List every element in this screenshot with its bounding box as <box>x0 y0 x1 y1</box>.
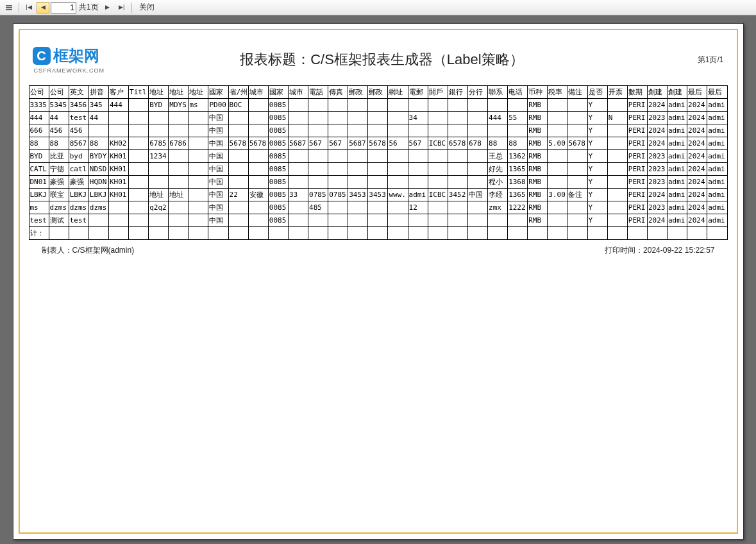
table-header-cell: 税率 <box>548 86 567 99</box>
table-cell: 5687 <box>288 137 308 150</box>
table-cell: Y <box>587 99 607 112</box>
table-cell: RMB <box>528 124 548 137</box>
table-cell: 3453 <box>348 189 368 201</box>
table-cell: KH01 <box>108 163 128 176</box>
table-cell: 地址 <box>169 189 189 201</box>
table-cell: 豪强 <box>49 176 69 189</box>
last-page-button[interactable]: ▶| <box>115 2 128 13</box>
table-cell <box>408 150 428 163</box>
table-cell <box>567 163 587 176</box>
table-header-cell: 拼音 <box>88 86 108 99</box>
table-cell <box>428 124 448 137</box>
table-cell: admi <box>668 201 687 214</box>
table-row: 8888856788KH0267856786中国5678567800855687… <box>29 137 727 150</box>
table-cell: Y <box>587 189 607 201</box>
table-cell: RMB <box>528 112 548 124</box>
table-cell: 88 <box>508 137 528 150</box>
page-indicator: 第1页/1 <box>698 55 724 65</box>
table-cell <box>488 99 508 112</box>
table-cell: admi <box>707 176 727 189</box>
table-cell <box>308 99 328 112</box>
table-cell: zmx <box>488 201 508 214</box>
first-icon: |◀ <box>26 4 31 10</box>
table-cell: 666 <box>29 124 49 137</box>
table-cell: ms <box>29 201 49 214</box>
table-cell <box>328 99 348 112</box>
table-header-cell: 最后 <box>707 86 727 99</box>
table-cell <box>248 214 268 227</box>
table-header-cell: 國家 <box>268 86 288 99</box>
table-cell: 2023 <box>647 112 667 124</box>
table-cell: 1368 <box>508 176 528 189</box>
table-cell: 中国 <box>208 214 228 227</box>
table-cell <box>169 112 189 124</box>
logo-subtitle: CSFRAMEWORK.COM <box>34 67 105 74</box>
table-cell <box>208 227 228 240</box>
table-cell <box>129 112 149 124</box>
table-cell <box>368 214 388 227</box>
table-cell: 5678 <box>228 137 248 150</box>
table-cell: 2024 <box>647 189 667 201</box>
table-cell <box>228 227 248 240</box>
table-cell: 0785 <box>308 189 328 201</box>
table-header-cell: 公司 <box>49 86 69 99</box>
table-cell: 1365 <box>508 189 528 201</box>
page-number-input[interactable] <box>51 2 76 13</box>
table-cell <box>508 124 528 137</box>
table-cell: 测试 <box>49 214 69 227</box>
table-cell <box>428 214 448 227</box>
next-page-button[interactable]: ▶ <box>101 2 114 13</box>
table-cell: Y <box>587 137 607 150</box>
table-cell <box>248 112 268 124</box>
toggle-panel-button[interactable] <box>3 2 15 13</box>
table-cell: admi <box>668 150 687 163</box>
table-cell: 56 <box>388 137 408 150</box>
table-cell: NDSD <box>88 163 108 176</box>
table-cell <box>388 124 408 137</box>
table-cell <box>388 99 408 112</box>
table-cell: 2023 <box>647 176 667 189</box>
table-cell: admi <box>707 163 727 176</box>
table-cell: RMB <box>528 99 548 112</box>
table-cell <box>607 201 627 214</box>
table-cell <box>368 163 388 176</box>
table-cell <box>228 163 248 176</box>
table-cell: admi <box>668 99 687 112</box>
table-cell: 0085 <box>268 137 288 150</box>
table-cell: 5345 <box>49 99 69 112</box>
table-cell <box>548 112 567 124</box>
table-cell <box>467 227 487 240</box>
table-cell <box>348 176 368 189</box>
logo: C 框架网 <box>33 46 99 66</box>
table-cell: 中国 <box>208 189 228 201</box>
table-cell <box>189 227 208 240</box>
table-cell <box>548 214 567 227</box>
table-header-cell: 聯系 <box>488 86 508 99</box>
report-page: C 框架网 CSFRAMEWORK.COM 报表标题：C/S框架报表生成器（La… <box>13 23 744 540</box>
table-cell: 0085 <box>268 124 288 137</box>
table-cell <box>288 112 308 124</box>
table-cell: LBKJ <box>88 189 108 201</box>
prev-page-button[interactable]: ◀ <box>37 2 49 13</box>
table-cell <box>428 163 448 176</box>
close-button[interactable]: 关闭 <box>135 2 158 13</box>
table-cell <box>548 227 567 240</box>
table-cell: test <box>29 214 49 227</box>
table-cell <box>368 124 388 137</box>
table-cell <box>448 214 467 227</box>
table-row: CATL宁德catlNDSDKH01中国0085好先1365RMBYPERI20… <box>29 163 727 176</box>
table-header-cell: 銀行 <box>448 86 467 99</box>
table-header-cell: 公司 <box>29 86 49 99</box>
table-cell <box>408 163 428 176</box>
table-cell <box>328 201 348 214</box>
table-cell <box>88 227 108 240</box>
table-cell <box>328 124 348 137</box>
table-cell <box>388 176 408 189</box>
table-header-cell: 創建 <box>647 86 667 99</box>
first-page-button[interactable]: |◀ <box>22 2 35 13</box>
table-cell: BOC <box>228 99 248 112</box>
table-cell <box>189 214 208 227</box>
table-cell: Y <box>587 176 607 189</box>
table-cell <box>607 124 627 137</box>
table-cell <box>69 227 88 240</box>
